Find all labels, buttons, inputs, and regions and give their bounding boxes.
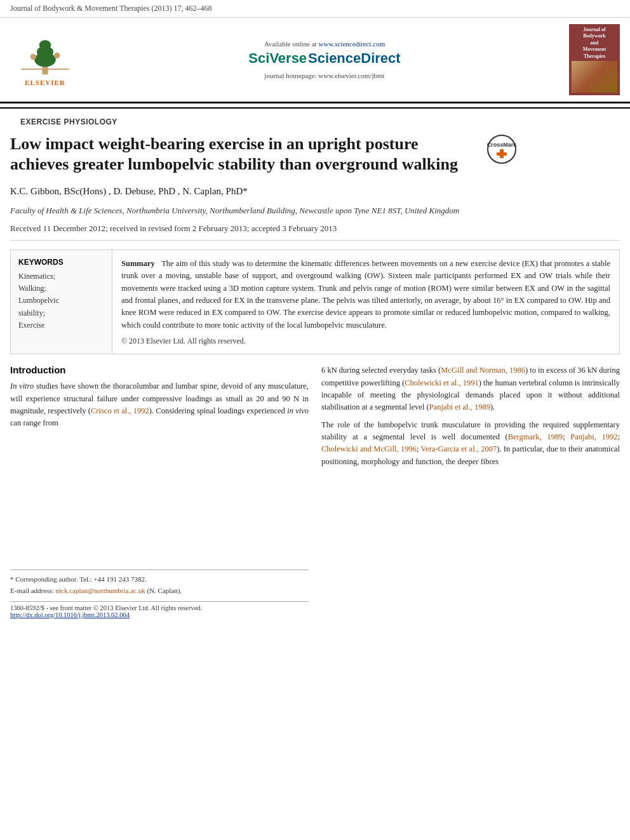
sciverse-header: Available online at www.sciencedirect.co… <box>86 24 563 95</box>
journal-citation: Journal of Bodywork & Movement Therapies… <box>10 4 211 13</box>
in-vivo-italic: in vivo <box>287 406 309 415</box>
cover-journal-name: Journal ofBodyworkandMovementTherapies <box>583 27 606 60</box>
svg-rect-0 <box>42 65 48 74</box>
intro-paragraph-1: In vitro studies have shown the thoracol… <box>10 380 309 430</box>
journal-homepage: journal homepage: www.elsevier.com/jbmt <box>264 72 384 79</box>
affiliation: Faculty of Health & Life Sciences, North… <box>10 204 620 217</box>
right-paragraph-2: The role of the lumbopelvic trunk muscul… <box>321 419 620 469</box>
mcgill-ref[interactable]: McGill and Norman, 1986 <box>441 366 525 375</box>
header-divider <box>0 107 630 109</box>
title-area: Low impact weight-bearing exercise in an… <box>10 129 620 184</box>
cover-image <box>572 61 617 93</box>
keywords-list: Kinematics; Walking; Lumbopelvic stabili… <box>18 270 104 331</box>
doi-bar: 1360-8592/$ - see front matter © 2013 El… <box>10 601 309 618</box>
keywords-title: KEYWORDS <box>18 258 104 267</box>
vera-garcia-ref[interactable]: Vera-Garcia et al., 2007 <box>421 444 497 453</box>
summary-text: Summary The aim of this study was to det… <box>121 258 610 331</box>
svg-rect-6 <box>22 69 69 70</box>
svg-point-4 <box>30 54 36 60</box>
crisco-ref[interactable]: Crisco et al., 1992 <box>91 406 149 415</box>
left-column: Introduction In vitro studies have shown… <box>10 364 309 618</box>
email-link[interactable]: nick.caplan@northumbria.ac.uk <box>55 587 145 594</box>
article-title: Low impact weight-bearing exercise in an… <box>10 134 480 175</box>
article-content: EXERCISE PHYSIOLOGY Low impact weight-be… <box>0 112 630 618</box>
panjabi-1989-ref[interactable]: Panjabi et al., 1989 <box>429 403 490 411</box>
bergmark-ref[interactable]: Bergmark, 1989 <box>508 432 563 441</box>
authors: K.C. Gibbon, BSc(Hons) , D. Debuse, PhD … <box>10 184 620 199</box>
elsevier-logo: ELSEVIER <box>10 24 80 95</box>
body-columns: Introduction In vitro studies have shown… <box>10 364 620 618</box>
keyword-2: Walking; <box>18 283 104 295</box>
crossmark-icon: CrossMark <box>486 134 517 164</box>
received-dates: Received 11 December 2012; received in r… <box>10 223 620 241</box>
summary-label: Summary <box>121 259 155 268</box>
keywords-box: KEYWORDS Kinematics; Walking; Lumbopelvi… <box>11 250 112 354</box>
right-column: 6 kN during selected everyday tasks (McG… <box>321 364 620 618</box>
copyright-notice: © 2013 Elsevier Ltd. All rights reserved… <box>121 337 610 346</box>
footnote-email: E-mail address: nick.caplan@northumbria.… <box>10 585 309 596</box>
introduction-heading: Introduction <box>10 364 309 375</box>
summary-body: The aim of this study was to determine t… <box>121 259 610 330</box>
available-online-text: Available online at www.sciencedirect.co… <box>264 40 385 48</box>
keyword-3: Lumbopelvic <box>18 295 104 307</box>
journal-cover-thumbnail: Journal ofBodyworkandMovementTherapies <box>569 24 620 95</box>
cholewicki-mcgill-ref[interactable]: Cholewicki and McGill, 1996 <box>321 444 417 453</box>
keyword-4: stability; <box>18 307 104 319</box>
svg-rect-10 <box>497 152 507 156</box>
issn-line: 1360-8592/$ - see front matter © 2013 El… <box>10 604 309 611</box>
right-paragraph-1: 6 kN during selected everyday tasks (McG… <box>321 364 620 414</box>
footnote-star: * Corresponding author. Tel.: +44 191 24… <box>10 574 309 585</box>
panjabi-1992-ref[interactable]: Panjabi, 1992 <box>570 432 617 441</box>
keyword-1: Kinematics; <box>18 270 104 283</box>
journal-header: ELSEVIER Available online at www.science… <box>0 18 630 103</box>
abstract-section: KEYWORDS Kinematics; Walking; Lumbopelvi… <box>10 250 620 354</box>
footnote-spacer: * Corresponding author. Tel.: +44 191 24… <box>10 570 309 618</box>
svg-point-5 <box>54 53 60 58</box>
summary-box: Summary The aim of this study was to det… <box>112 250 619 354</box>
footnotes: * Corresponding author. Tel.: +44 191 24… <box>10 570 309 596</box>
keyword-5: Exercise <box>18 319 104 331</box>
website-url[interactable]: www.sciencedirect.com <box>318 40 385 48</box>
elsevier-tree-icon <box>20 33 70 77</box>
in-vitro-italic: In vitro <box>10 382 34 390</box>
sciencedirect-title: ScienceDirect <box>308 50 401 67</box>
cholewicki-1991-ref[interactable]: Cholewicki et al., 1991 <box>405 378 478 387</box>
elsevier-wordmark: ELSEVIER <box>25 79 65 86</box>
section-label: EXERCISE PHYSIOLOGY <box>10 112 620 129</box>
doi-link[interactable]: http://dx.doi.org/10.1016/j.jbmt.2013.02… <box>10 611 130 618</box>
svg-point-3 <box>39 40 51 50</box>
svg-text:CrossMark: CrossMark <box>487 142 517 148</box>
sciverse-title: SciVerse <box>248 50 307 67</box>
journal-info-bar: Journal of Bodywork & Movement Therapies… <box>0 0 630 18</box>
